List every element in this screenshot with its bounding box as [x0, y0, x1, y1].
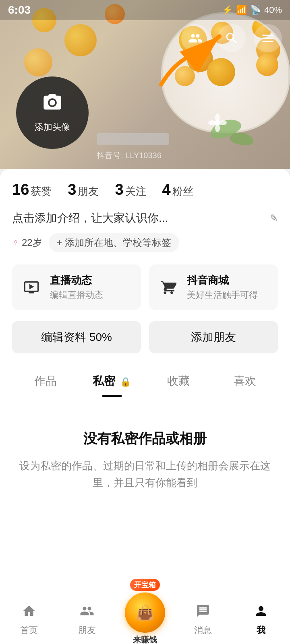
- shop-subtitle: 美好生活触手可得: [187, 289, 258, 301]
- bluetooth-icon: ⚡: [222, 5, 233, 15]
- followers-count: 4: [162, 181, 171, 198]
- stats-row: 16 获赞 3 朋友 3 关注 4 粉丝: [12, 181, 278, 198]
- battery-level: 40%: [264, 5, 282, 15]
- tab-likes-label: 喜欢: [234, 375, 256, 387]
- nav-me[interactable]: 我: [232, 596, 290, 644]
- gender-icon: ♀: [12, 237, 19, 248]
- stat-likes[interactable]: 16 获赞: [12, 181, 52, 198]
- tags-row: ♀ 22岁 + 添加所在地、学校等标签: [12, 233, 278, 252]
- earn-nav-label: 来赚钱: [133, 634, 157, 644]
- friends-nav-label: 朋友: [78, 624, 96, 636]
- following-count: 3: [115, 181, 123, 198]
- header-banner: 添加头像 抖音号: LLY10336: [0, 0, 290, 169]
- me-nav-icon: [254, 604, 268, 622]
- signal-icon: 📡: [250, 5, 261, 15]
- shop-icon: [157, 276, 180, 299]
- lock-icon: 🔒: [120, 377, 131, 387]
- stat-followers[interactable]: 4 粉丝: [162, 181, 193, 198]
- friends-label: 朋友: [78, 184, 99, 198]
- wifi-icon: 📶: [236, 5, 247, 15]
- messages-nav-icon: [196, 604, 210, 622]
- edit-bio-icon[interactable]: ✎: [270, 213, 278, 224]
- tab-favorites-label: 收藏: [167, 375, 190, 387]
- likes-label: 获赞: [31, 184, 52, 198]
- tab-private-label: 私密: [93, 375, 115, 387]
- bio-text: 点击添加介绍，让大家认识你...: [12, 211, 265, 226]
- user-id-text: 抖音号: LLY10336: [97, 151, 162, 160]
- likes-count: 16: [12, 181, 29, 198]
- tab-works[interactable]: 作品: [12, 365, 79, 397]
- search-button[interactable]: [218, 24, 246, 52]
- avatar-section[interactable]: 添加头像: [16, 76, 89, 149]
- stat-friends[interactable]: 3 朋友: [68, 181, 99, 198]
- friends-count: 3: [68, 181, 76, 198]
- nav-earn[interactable]: 开宝箱 👜 来赚钱: [116, 579, 174, 644]
- tab-favorites[interactable]: 收藏: [145, 365, 211, 397]
- feature-cards: 直播动态 编辑直播动态 抖音商城 美好生活触手可得: [12, 264, 278, 310]
- nav-messages[interactable]: 消息: [174, 596, 232, 644]
- contacts-button[interactable]: [181, 24, 209, 52]
- fruit-decoration: [64, 24, 97, 56]
- earn-badge: 开宝箱: [130, 579, 160, 591]
- live-feature-card[interactable]: 直播动态 编辑直播动态: [12, 264, 141, 310]
- tabs-bar: 作品 私密 🔒 收藏 喜欢: [0, 365, 290, 397]
- tab-works-label: 作品: [34, 375, 57, 387]
- add-tags-button[interactable]: + 添加所在地、学校等标签: [49, 233, 180, 252]
- user-id-section: 抖音号: LLY10336: [97, 133, 169, 161]
- me-nav-label: 我: [257, 624, 265, 636]
- live-subtitle: 编辑直播动态: [50, 289, 103, 301]
- live-card-text: 直播动态 编辑直播动态: [50, 273, 103, 301]
- profile-content: 16 获赞 3 朋友 3 关注 4 粉丝 点击添加介绍，让大家认识你... ✎ …: [0, 169, 290, 397]
- nav-home[interactable]: 首页: [0, 596, 58, 644]
- tab-private[interactable]: 私密 🔒: [79, 365, 145, 397]
- menu-button[interactable]: [254, 24, 282, 52]
- camera-icon: [42, 92, 63, 118]
- bag-icon: 👜: [136, 604, 154, 621]
- add-avatar-label: 添加头像: [35, 121, 70, 133]
- action-buttons: 编辑资料 50% 添加朋友: [12, 321, 278, 353]
- add-friend-button[interactable]: 添加朋友: [149, 321, 278, 353]
- flower-decoration: [207, 113, 228, 133]
- shop-card-text: 抖音商城 美好生活触手可得: [187, 273, 258, 301]
- tab-likes[interactable]: 喜欢: [211, 365, 278, 397]
- home-icon: [22, 604, 36, 622]
- age-text: 22岁: [22, 236, 42, 249]
- add-tags-label: + 添加所在地、学校等标签: [57, 236, 172, 249]
- bottom-nav: 首页 朋友 开宝箱 👜 来赚钱 消息 我: [0, 596, 290, 644]
- empty-state: 没有私密作品或相册 设为私密的作品、过期的日常和上传的相册会展示在这里，并且只有…: [0, 397, 290, 515]
- status-icons: ⚡ 📶 📡 40%: [222, 5, 282, 15]
- followers-label: 粉丝: [172, 184, 193, 198]
- empty-description: 设为私密的作品、过期的日常和上传的相册会展示在这里，并且只有你能看到: [16, 458, 274, 491]
- shop-title: 抖音商城: [187, 273, 258, 287]
- following-label: 关注: [125, 184, 146, 198]
- shop-feature-card[interactable]: 抖音商城 美好生活触手可得: [149, 264, 278, 310]
- live-icon: [20, 276, 43, 299]
- fruit-decoration: [24, 48, 52, 76]
- earn-button[interactable]: 👜: [125, 592, 165, 633]
- stat-following[interactable]: 3 关注: [115, 181, 146, 198]
- nav-friends[interactable]: 朋友: [58, 596, 116, 644]
- avatar-button[interactable]: 添加头像: [16, 76, 89, 149]
- messages-nav-label: 消息: [194, 624, 212, 636]
- gender-age-tag: ♀ 22岁: [12, 236, 42, 249]
- empty-title: 没有私密作品或相册: [16, 429, 274, 448]
- status-bar: 6:03 ⚡ 📶 📡 40%: [0, 0, 290, 20]
- edit-profile-button[interactable]: 编辑资料 50%: [12, 321, 141, 353]
- status-time: 6:03: [8, 4, 31, 17]
- live-title: 直播动态: [50, 273, 103, 287]
- home-label: 首页: [20, 624, 38, 636]
- banner-actions: [181, 24, 282, 52]
- bio-section[interactable]: 点击添加介绍，让大家认识你... ✎: [12, 211, 278, 226]
- friends-nav-icon: [80, 604, 94, 622]
- blurred-username: [97, 133, 169, 145]
